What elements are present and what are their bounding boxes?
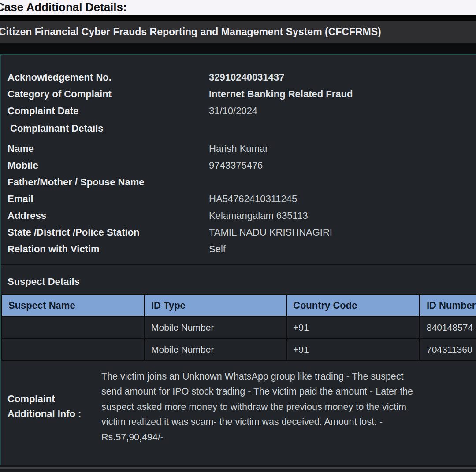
field-row-father-mother-spouse: Father/Mother / Spouse Name <box>1 174 476 191</box>
complaint-text-line: The victim joins an Unknown WhatsApp gro… <box>101 369 413 384</box>
field-label: Father/Mother / Spouse Name <box>1 177 209 188</box>
column-header-id-type: ID Type <box>145 295 286 317</box>
complaint-additional-info-label: Complaint Additional Info : <box>1 369 101 445</box>
case-details-panel: Acknowledgement No. 32910240031437 Categ… <box>0 54 476 465</box>
column-header-id-number: ID Number <box>420 295 476 317</box>
field-row-email: Email HA54762410311245 <box>1 191 476 207</box>
divider-gap-header <box>0 43 476 54</box>
field-label: Name <box>1 143 209 155</box>
field-value: Self <box>209 243 226 255</box>
field-row-mobile: Mobile 9743375476 <box>1 157 476 174</box>
field-value: 32910240031437 <box>209 72 284 83</box>
complaint-additional-info-text: The victim joins an Unknown WhatsApp gro… <box>101 369 413 445</box>
system-header-title: Citizen Financial Cyber Frauds Reporting… <box>0 26 381 38</box>
field-label: Complaint Date <box>1 105 209 117</box>
field-label: Category of Complaint <box>1 88 209 100</box>
footer-background <box>0 469 476 472</box>
field-value: Kelamangalam 635113 <box>209 210 308 221</box>
cell-id-type: Mobile Number <box>145 317 286 339</box>
field-label: Acknowledgement No. <box>1 72 209 83</box>
field-value: 31/10/2024 <box>209 105 257 117</box>
field-label: Address <box>1 210 209 221</box>
field-value: Harish Kumar <box>209 143 268 155</box>
field-label: Relation with Victim <box>1 243 209 255</box>
field-row-category: Category of Complaint Internet Banking R… <box>1 86 476 103</box>
cell-suspect-name <box>2 339 145 361</box>
complaint-text-line: send amount for IPO stock trading - The … <box>101 384 413 399</box>
cell-id-number: 840148574 <box>420 317 476 339</box>
field-row-address: Address Kelamangalam 635113 <box>1 207 476 224</box>
field-row-acknowledgement-no: Acknowledgement No. 32910240031437 <box>1 69 476 86</box>
field-row-name: Name Harish Kumar <box>1 140 476 157</box>
suspect-details-heading: Suspect Details <box>1 266 476 289</box>
cell-country-code: +91 <box>286 317 420 339</box>
field-value: HA54762410311245 <box>209 193 297 205</box>
cell-country-code: +91 <box>286 339 420 361</box>
page-title: Case Additional Details: <box>0 0 127 14</box>
table-row: Mobile Number +91 840148574 <box>2 317 476 339</box>
page-title-bar: Case Additional Details: <box>0 0 476 15</box>
field-label: State /District /Police Station <box>1 227 209 238</box>
complaint-additional-info-section: Complaint Additional Info : The victim j… <box>1 369 476 445</box>
field-row-state-district-ps: State /District /Police Station TAMIL NA… <box>1 224 476 241</box>
cell-id-number: 704311360 <box>420 339 476 361</box>
label-line: Additional Info : <box>7 406 101 421</box>
table-row: Mobile Number +91 704311360 <box>2 339 476 361</box>
complainant-details-heading: Complainant Details <box>1 119 476 138</box>
field-value: TAMIL NADU KRISHNAGIRI <box>209 227 332 238</box>
complaint-text-line: victim realized it was scam- the victim … <box>101 414 413 429</box>
field-row-complaint-date: Complaint Date 31/10/2024 <box>1 103 476 119</box>
suspect-table: Suspect Name ID Type Country Code ID Num… <box>1 294 476 361</box>
field-value: 9743375476 <box>209 160 263 171</box>
field-value: Internet Banking Related Fraud <box>209 88 353 100</box>
column-header-country-code: Country Code <box>286 295 420 317</box>
divider-gap-top <box>0 15 476 21</box>
complaint-text-line: suspect asked more money to withdraw the… <box>101 399 413 414</box>
column-header-suspect-name: Suspect Name <box>2 295 145 317</box>
label-line: Complaint <box>7 391 101 406</box>
field-label: Email <box>1 193 209 205</box>
complaint-text-line: Rs.57,90,494/- <box>101 430 413 445</box>
cell-id-type: Mobile Number <box>145 339 286 361</box>
cell-suspect-name <box>2 317 145 339</box>
suspect-table-header-row: Suspect Name ID Type Country Code ID Num… <box>2 295 476 317</box>
field-row-relation-with-victim: Relation with Victim Self <box>1 241 476 258</box>
field-label: Mobile <box>1 160 209 171</box>
system-header-bar: Citizen Financial Cyber Frauds Reporting… <box>0 21 476 43</box>
